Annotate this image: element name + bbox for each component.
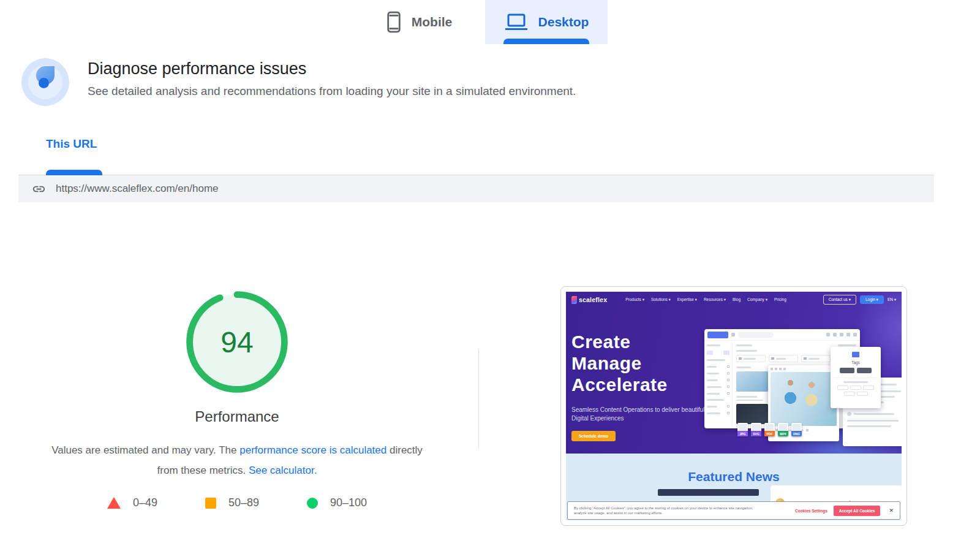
file-thumb [793,424,801,430]
skeleton-bar [736,344,752,346]
dam-upload-icon [826,333,830,336]
cookies-settings-link: Cookies Settings [795,509,827,513]
tag-chip [850,385,861,390]
checkbox [727,405,729,408]
performance-gauge[interactable]: 94 [184,289,290,395]
dam-filter-row [707,372,729,374]
checkbox [727,365,729,368]
skeleton-bar [776,358,786,360]
skeleton-bar [736,350,757,352]
image-caption [736,395,768,401]
file-thumb [752,424,760,430]
header-text: Diagnose performance issues See detailed… [88,58,576,106]
legend-item-average: 50–89 [205,496,259,509]
nav-item-pricing: Pricing [774,297,786,302]
red-triangle-icon [107,497,121,509]
page-title: Diagnose performance issues [88,59,576,78]
more-files-dots: … [805,429,811,436]
tab-this-url-active-indicator [46,170,102,175]
tab-mobile[interactable]: Mobile [365,0,473,44]
score-disclaimer: Values are estimated and may vary. The p… [38,440,436,480]
hero-line-accelerate: Accelerate [571,374,704,395]
link-see-calculator[interactable]: See calculator. [249,465,317,476]
site-nav-items: Products ▾ Solutions ▾ Expertise ▾ Resou… [625,297,786,302]
dam-filter-row [707,405,729,408]
page-subtitle: See detailed analysis and recommendation… [88,85,576,98]
file-thumb [739,424,747,430]
performance-score-value: 94 [184,289,290,395]
skeleton-bar [707,379,718,381]
hero-line-create: Create [571,331,704,352]
skeleton-bar [843,381,868,383]
skeleton-bar [809,358,820,360]
cookie-close-icon: ✕ [889,507,894,514]
login-button: Login ▾ [860,295,884,304]
tab-this-url[interactable]: This URL [46,137,97,151]
link-score-calculated[interactable]: performance score is calculated [239,444,386,456]
legend-item-pass: 90–100 [307,496,367,509]
disclaimer-text-before: Values are estimated and may vary. The [51,444,239,456]
image-tile [736,404,768,424]
tags-panel-label: Tags [834,360,877,365]
photo-two-people [771,372,837,426]
checkbox [727,379,729,381]
dam-filter-row [707,385,729,388]
schedule-demo-button: Schedule demo [571,431,616,441]
nav-item-company: Company ▾ [747,297,767,302]
skeleton-bar [847,420,899,422]
folder-chip [801,355,831,362]
scaleflex-logo: scaleflex [571,296,607,304]
partially-hidden-heading [658,489,759,496]
hero-tagline-line1: Seamless Content Operations to deliver b… [571,406,704,414]
speedometer-hub-dot [39,78,49,88]
slider-chip [723,351,729,355]
cookie-banner: By clicking “Accept All Cookies”, you ag… [567,501,900,520]
skeleton-bar [854,413,894,415]
site-nav-actions: Contact us ▾ Login ▾ EN ▾ [823,295,896,305]
hero-tagline-line2: Digital Experiences [571,414,704,423]
dam-grid-icon [846,333,850,336]
tool-icon [783,368,786,370]
pagespeed-insights-screen: Mobile Desktop Diagnose performance issu… [0,0,980,543]
nav-item-products: Products ▾ [625,297,644,302]
info-row [847,412,902,416]
cookie-consent-text: By clicking “Accept All Cookies”, you ag… [574,506,753,515]
dam-tool-icon [731,333,735,336]
slider-chip [707,351,713,355]
skeleton-bar [707,406,717,408]
analyzed-url-bar: https://www.scaleflex.com/en/home [18,175,934,202]
mobile-phone-icon [386,10,402,34]
nav-item-expertise: Expertise ▾ [677,297,697,302]
dam-share-icon [833,333,837,336]
skeleton-bar [707,412,720,414]
tag-chip [844,392,855,396]
skeleton-bar [707,373,719,374]
legend-item-fail: 0–49 [107,496,157,509]
analyzed-url-text: https://www.scaleflex.com/en/home [56,183,219,195]
tab-desktop-label: Desktop [538,15,589,29]
cookie-text-line2: analyze site usage, and assist in our ma… [574,511,753,515]
scaleflex-logo-text: scaleflex [579,296,607,303]
page-header: Diagnose performance issues See detailed… [21,58,576,106]
tab-desktop-active-indicator [503,39,589,44]
dam-content-header [736,344,856,346]
skeleton-bar [736,400,763,401]
language-selector: EN ▾ [888,297,896,302]
file-thumb [766,424,774,430]
tab-desktop[interactable]: Desktop [485,0,608,44]
site-screenshot-preview: scaleflex Products ▾ Solutions ▾ Experti… [560,286,907,526]
dam-toolbar [704,329,860,341]
vertical-divider [478,349,479,449]
tag-chip [837,385,848,390]
file-icon-pdf: PDF [764,423,775,436]
dam-editor-button [707,332,728,338]
cookie-text-line1: By clicking “Accept All Cookies”, you ag… [574,506,753,511]
skeleton-bar [847,425,891,427]
skeleton-bar [838,344,856,346]
file-type-icons: JPG SVG PDF MP4 DNG … [737,423,811,436]
checkbox [727,392,729,395]
folder-icon [804,357,807,360]
score-legend: 0–49 50–89 90–100 [38,496,436,509]
performance-score-panel: 94 Performance Values are estimated and … [38,289,436,509]
scaleflex-homepage-thumbnail: scaleflex Products ▾ Solutions ▾ Experti… [566,292,902,520]
